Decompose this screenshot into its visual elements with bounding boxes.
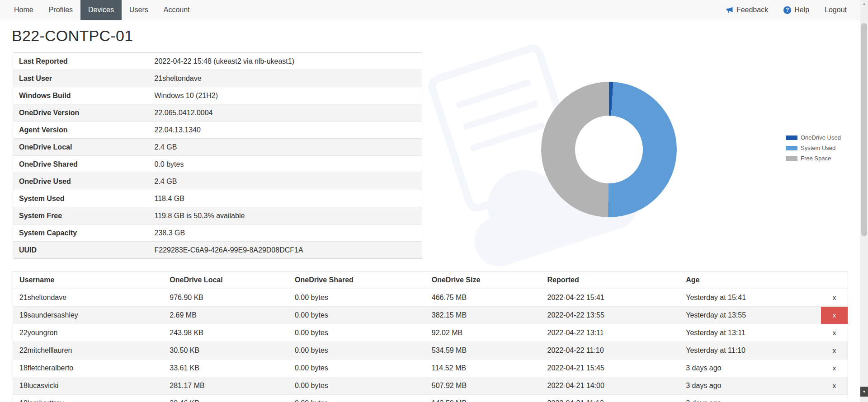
user-cell-username: 18fletcheralberto <box>13 360 164 377</box>
delete-user-button[interactable]: x <box>821 360 848 377</box>
user-cell-reported: 2022-04-21 11:12 <box>541 395 680 402</box>
chart-legend: OneDrive UsedSystem UsedFree Space <box>786 134 841 162</box>
delete-user-button[interactable]: x <box>821 307 848 324</box>
delete-user-button[interactable]: x <box>821 377 848 394</box>
details-row: System Used118.4 GB <box>13 190 422 207</box>
legend-label: Free Space <box>801 155 831 162</box>
user-cell-age: Yesterday at 13:55 <box>679 307 821 324</box>
legend-swatch <box>786 156 797 161</box>
delete-user-button[interactable]: x <box>821 324 848 341</box>
delete-user-button[interactable]: x <box>821 395 848 402</box>
user-cell-age: 3 days ago <box>679 377 821 395</box>
user-row: 18lamberttroy30.46 KB0.00 bytes143.50 MB… <box>13 395 848 402</box>
user-row: 19saundersashley2.69 MB0.00 bytes382.15 … <box>13 307 848 324</box>
details-row: Windows BuildWindows 10 (21H2) <box>13 87 422 104</box>
user-cell-action: x <box>821 395 848 402</box>
user-cell-age: Yesterday at 11:10 <box>679 342 821 360</box>
donut-hole <box>575 116 643 183</box>
user-row: 21sheltondave976.90 KB0.00 bytes466.75 M… <box>13 289 848 307</box>
scroll-down-arrow-icon[interactable]: ▼ <box>860 387 868 397</box>
user-cell-local: 243.98 KB <box>163 324 288 342</box>
user-cell-reported: 2022-04-22 11:10 <box>541 342 680 360</box>
users-header-onedrive-shared: OneDrive Shared <box>288 271 425 289</box>
legend-label: System Used <box>801 145 835 151</box>
legend-item: OneDrive Used <box>786 134 841 141</box>
details-row: UUIDF229283E-C6A9-426A-99E9-8A29D08DCF1A <box>13 242 422 259</box>
user-cell-username: 18lamberttroy <box>13 395 164 402</box>
nav-feedback-label: Feedback <box>736 6 768 14</box>
nav-tab-profiles[interactable]: Profiles <box>41 0 80 20</box>
details-row: Last Reported2022-04-22 15:48 (ukeast2 v… <box>13 53 422 70</box>
user-cell-local: 281.17 MB <box>163 377 288 395</box>
user-cell-action: x <box>821 324 848 342</box>
scroll-up-arrow-icon[interactable]: ▲ <box>860 0 868 8</box>
user-cell-username: 19saundersashley <box>13 307 164 324</box>
user-cell-local: 30.50 KB <box>163 342 288 360</box>
user-cell-username: 21sheltondave <box>13 289 164 307</box>
user-cell-shared: 0.00 bytes <box>288 360 425 377</box>
users-header-username: Username <box>13 271 164 289</box>
user-cell-shared: 0.00 bytes <box>288 289 425 307</box>
user-cell-local: 30.46 KB <box>163 395 288 402</box>
users-table-header-row: UsernameOneDrive LocalOneDrive SharedOne… <box>13 271 848 289</box>
detail-value: 2.4 GB <box>149 173 422 190</box>
user-cell-username: 22youngron <box>13 324 164 342</box>
user-cell-action: x <box>821 342 848 360</box>
details-row: OneDrive Used2.4 GB <box>13 173 422 190</box>
detail-value: 238.3 GB <box>149 224 422 242</box>
user-cell-local: 2.69 MB <box>163 307 288 324</box>
legend-swatch <box>786 146 797 150</box>
nav-feedback[interactable]: Feedback <box>718 0 776 20</box>
user-cell-size: 507.92 MB <box>425 377 541 395</box>
details-row: OneDrive Version22.065.0412.0004 <box>13 104 422 122</box>
nav-tab-home[interactable]: Home <box>6 0 41 20</box>
user-cell-username: 22mitchelllauren <box>13 342 164 360</box>
user-cell-size: 466.75 MB <box>425 289 541 307</box>
user-cell-action: x <box>821 289 848 307</box>
nav-tab-account[interactable]: Account <box>156 0 198 20</box>
user-cell-age: 3 days ago <box>679 395 821 402</box>
users-header-actions <box>821 271 848 289</box>
details-row: System Free119.8 GB is 50.3% available <box>13 207 422 224</box>
detail-label: OneDrive Shared <box>13 156 149 173</box>
user-cell-local: 976.90 KB <box>163 289 288 307</box>
detail-value: F229283E-C6A9-426A-99E9-8A29D08DCF1A <box>149 242 422 259</box>
donut-chart <box>541 82 677 217</box>
detail-label: OneDrive Local <box>13 139 149 156</box>
detail-value: 0.0 bytes <box>149 156 422 173</box>
detail-label: Last Reported <box>13 53 149 70</box>
nav-logout[interactable]: Logout <box>817 0 854 20</box>
users-header-reported: Reported <box>541 271 680 289</box>
user-cell-size: 143.50 MB <box>425 395 541 402</box>
detail-value: 21sheltondave <box>149 70 422 87</box>
user-cell-local: 33.61 KB <box>163 360 288 377</box>
user-cell-reported: 2022-04-21 15:45 <box>541 360 680 377</box>
legend-item: Free Space <box>786 155 841 162</box>
nav-tab-users[interactable]: Users <box>122 0 156 20</box>
user-row: 18lucasvicki281.17 MB0.00 bytes507.92 MB… <box>13 377 848 395</box>
user-row: 22youngron243.98 KB0.00 bytes92.02 MB202… <box>13 324 848 342</box>
vertical-scrollbar[interactable]: ▲ ▼ <box>860 0 868 402</box>
detail-value: 118.4 GB <box>149 190 422 207</box>
help-question-icon: ? <box>783 6 791 14</box>
detail-label: System Used <box>13 190 149 207</box>
scrollbar-thumb[interactable] <box>861 23 867 236</box>
user-cell-action: x <box>821 360 848 377</box>
user-cell-age: Yesterday at 13:11 <box>679 324 821 342</box>
detail-value: 22.065.0412.0004 <box>149 104 422 122</box>
nav-help[interactable]: ? Help <box>776 0 817 20</box>
detail-label: UUID <box>13 242 149 259</box>
detail-value: 2022-04-22 15:48 (ukeast2 via nlb-ukeast… <box>149 53 422 70</box>
users-header-onedrive-size: OneDrive Size <box>425 271 541 289</box>
delete-user-button[interactable]: x <box>821 289 848 306</box>
legend-label: OneDrive Used <box>801 134 841 141</box>
delete-user-button[interactable]: x <box>821 342 848 359</box>
user-cell-shared: 0.00 bytes <box>288 324 425 342</box>
user-cell-shared: 0.00 bytes <box>288 307 425 324</box>
nav-tab-devices[interactable]: Devices <box>80 0 122 20</box>
details-row: OneDrive Local2.4 GB <box>13 139 422 156</box>
detail-label: OneDrive Used <box>13 173 149 190</box>
users-table-body: 21sheltondave976.90 KB0.00 bytes466.75 M… <box>13 289 848 402</box>
detail-label: System Free <box>13 207 149 224</box>
user-cell-reported: 2022-04-22 15:41 <box>541 289 680 307</box>
